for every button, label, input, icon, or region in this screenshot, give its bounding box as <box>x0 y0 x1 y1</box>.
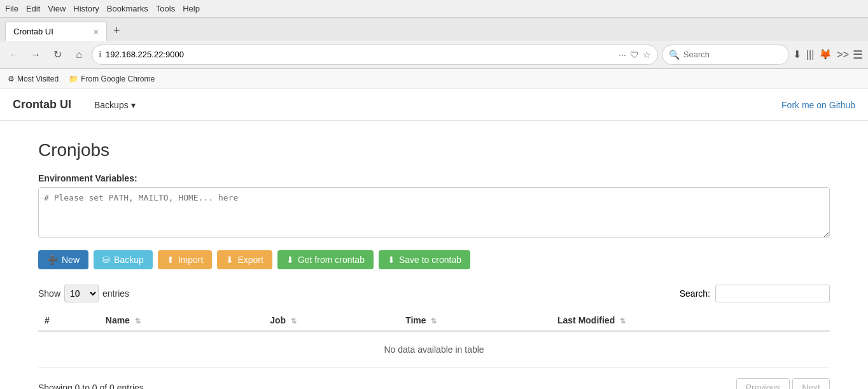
table-footer: Showing 0 to 0 of 0 entries Previous Nex… <box>38 378 830 389</box>
page-title: Cronjobs <box>38 140 830 160</box>
menu-bookmarks[interactable]: Bookmarks <box>107 4 148 13</box>
next-button[interactable]: Next <box>792 378 830 389</box>
back-button[interactable]: ← <box>5 46 23 64</box>
last-modified-sort-icon: ⇅ <box>620 317 626 325</box>
address-bar[interactable]: ℹ ··· 🛡 ☆ <box>92 45 658 65</box>
app-brand[interactable]: Crontab UI <box>13 98 71 111</box>
menu-tools[interactable]: Tools <box>156 4 175 13</box>
search-control: Search: <box>680 285 830 302</box>
cronjobs-table: # Name ⇅ Job ⇅ Time ⇅ Last Modified ⇅ <box>38 310 830 368</box>
address-info-icon: ℹ <box>99 50 102 59</box>
browser-search-input[interactable] <box>683 50 782 59</box>
col-name[interactable]: Name ⇅ <box>99 310 264 331</box>
new-button[interactable]: ➕ New <box>38 250 88 269</box>
entries-select[interactable]: 10 25 50 100 <box>64 285 99 302</box>
menu-file[interactable]: File <box>5 4 18 13</box>
app-nav: Crontab UI Backups ▾ Fork me on Github <box>0 89 868 121</box>
bookmark-icon[interactable]: ☆ <box>643 50 651 60</box>
save-icon: ⬇ <box>388 255 395 265</box>
col-time[interactable]: Time ⇅ <box>399 310 551 331</box>
menu-history[interactable]: History <box>73 4 99 13</box>
forward-button[interactable]: → <box>27 46 45 64</box>
plus-icon: ➕ <box>47 255 58 265</box>
no-data-row: No data available in table <box>38 331 830 368</box>
browser-toolbar: ← → ↻ ⌂ ℹ ··· 🛡 ☆ 🔍 ⬇ ||| 🦊 >> ☰ <box>0 41 868 69</box>
job-sort-icon: ⇅ <box>291 317 297 325</box>
no-data-cell: No data available in table <box>38 331 830 368</box>
search-label: Search: <box>680 288 710 299</box>
save-to-crontab-button[interactable]: ⬇ Save to crontab <box>379 250 470 269</box>
col-hash: # <box>38 310 99 331</box>
active-tab[interactable]: Crontab UI × <box>5 22 107 41</box>
firefox-icon[interactable]: 🦊 <box>819 48 832 60</box>
env-vars-textarea[interactable] <box>38 187 830 238</box>
pocket-icon[interactable]: 🛡 <box>630 50 639 60</box>
address-bar-icons: ··· 🛡 ☆ <box>619 50 651 60</box>
menu-help[interactable]: Help <box>183 4 200 13</box>
menu-view[interactable]: View <box>48 4 66 13</box>
main-content: Cronjobs Environment Variables: ➕ New ⛁ … <box>0 121 868 389</box>
previous-button[interactable]: Previous <box>736 378 790 389</box>
new-tab-button[interactable]: + <box>109 25 124 36</box>
address-input[interactable] <box>106 50 615 59</box>
dropdown-arrow-icon: ▾ <box>131 100 136 110</box>
import-button[interactable]: ⬆ Import <box>158 250 213 269</box>
extensions-icon[interactable]: >> <box>837 49 849 60</box>
backup-icon: ⛁ <box>102 255 110 265</box>
name-sort-icon: ⇅ <box>135 317 141 325</box>
backup-button[interactable]: ⛁ Backup <box>94 250 153 269</box>
fork-me-link[interactable]: Fork me on Github <box>781 100 855 110</box>
col-job[interactable]: Job ⇅ <box>263 310 399 331</box>
bookmarks-most-visited[interactable]: ⚙ Most Visited <box>8 74 59 83</box>
table-search-input[interactable] <box>715 285 830 302</box>
show-entries: Show 10 25 50 100 entries <box>38 285 129 302</box>
import-icon: ⬆ <box>167 255 174 265</box>
reload-button[interactable]: ↻ <box>48 46 66 64</box>
gear-icon: ⚙ <box>8 74 15 83</box>
browser-menu-bar: File Edit View History Bookmarks Tools H… <box>0 0 868 18</box>
toolbar-icons: ⬇ ||| 🦊 >> <box>793 48 849 60</box>
synced-tabs-icon[interactable]: ||| <box>806 49 814 60</box>
actions-row: ➕ New ⛁ Backup ⬆ Import ⬇ Export ⬇ Get f… <box>38 250 830 269</box>
browser-search-box[interactable]: 🔍 <box>662 45 789 65</box>
col-last-modified[interactable]: Last Modified ⇅ <box>551 310 830 331</box>
download-icon[interactable]: ⬇ <box>793 48 801 60</box>
bookmarks-bar: ⚙ Most Visited 📁 From Google Chrome <box>0 69 868 89</box>
search-magnifier-icon: 🔍 <box>669 50 680 60</box>
tab-title: Crontab UI <box>13 27 53 36</box>
env-vars-label: Environment Variables: <box>38 173 830 183</box>
pagination: Previous Next <box>736 378 830 389</box>
table-header-row: # Name ⇅ Job ⇅ Time ⇅ Last Modified ⇅ <box>38 310 830 331</box>
menu-edit[interactable]: Edit <box>26 4 40 13</box>
get-icon: ⬇ <box>286 255 294 265</box>
showing-info: Showing 0 to 0 of 0 entries <box>38 383 144 389</box>
home-button[interactable]: ⌂ <box>70 46 88 64</box>
hamburger-button[interactable]: ☰ <box>853 48 863 62</box>
browser-tabs: Crontab UI × + <box>0 18 868 41</box>
export-button[interactable]: ⬇ Export <box>217 250 272 269</box>
tab-close-btn[interactable]: × <box>94 27 99 37</box>
time-sort-icon: ⇅ <box>431 317 437 325</box>
folder-icon: 📁 <box>69 74 78 83</box>
bookmarks-from-chrome[interactable]: 📁 From Google Chrome <box>69 74 155 83</box>
nav-backups[interactable]: Backups ▾ <box>87 89 143 121</box>
show-label: Show <box>38 288 60 299</box>
entries-label: entries <box>102 288 129 299</box>
export-icon: ⬇ <box>226 255 234 265</box>
table-controls: Show 10 25 50 100 entries Search: <box>38 285 830 302</box>
more-icon[interactable]: ··· <box>619 50 626 60</box>
get-from-crontab-button[interactable]: ⬇ Get from crontab <box>277 250 374 269</box>
